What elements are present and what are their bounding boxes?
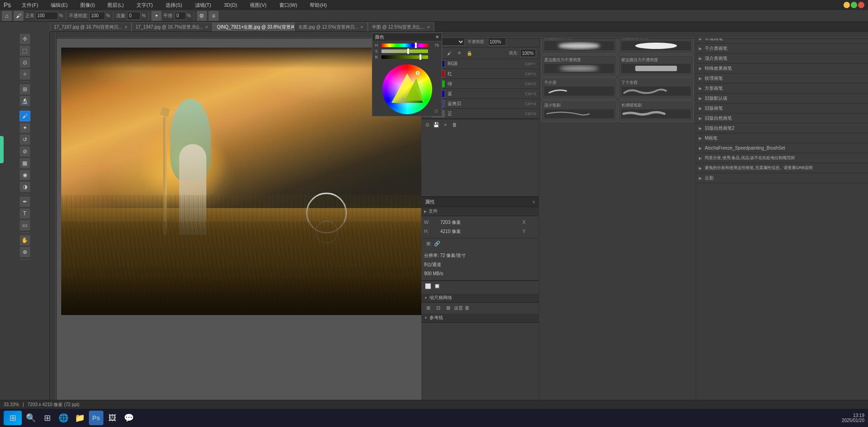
menu-select[interactable]: 选择(S): [164, 1, 184, 10]
new-channel-icon[interactable]: +: [441, 121, 449, 129]
color-panel-corner-icon[interactable]: ⊡: [434, 109, 440, 114]
move-tool[interactable]: ✢: [20, 34, 30, 44]
settings-icon[interactable]: ⚙: [197, 11, 207, 21]
hand-tool[interactable]: ✋: [20, 235, 30, 246]
menu-layer[interactable]: 图层(L): [106, 1, 125, 10]
mode-input[interactable]: [35, 12, 58, 20]
color-wheel[interactable]: [382, 64, 432, 114]
save-selection-icon[interactable]: 💾: [432, 121, 440, 129]
home-icon[interactable]: ⌂: [2, 11, 12, 21]
bli-legacy-default[interactable]: ▶ 旧版默认值: [696, 93, 868, 103]
bli-legacy-natural[interactable]: ▶ 旧版自然画笔: [696, 113, 868, 123]
taskbar-ps[interactable]: Ps: [89, 411, 103, 425]
bli-cloud[interactable]: ▶ 云彩: [696, 173, 868, 183]
grid-icon2[interactable]: ⊡: [434, 304, 442, 312]
menu-text[interactable]: 文字(T): [135, 1, 155, 10]
menu-window[interactable]: 窗口(W): [278, 1, 299, 10]
tab-3[interactable]: QINQ_7921+生图.jpg @ 33.8%(背景拷贝... ✕: [213, 22, 294, 31]
bli-special[interactable]: ▶ 特殊效果画笔: [696, 63, 868, 73]
maximize-button[interactable]: [851, 2, 857, 8]
props-file-section[interactable]: ▶ 文件: [421, 207, 539, 216]
thumb-small[interactable]: ⬜: [424, 282, 432, 291]
canvas-area[interactable]: [57, 39, 421, 418]
link-icon[interactable]: 🔗: [433, 240, 441, 248]
bri-track[interactable]: [381, 55, 428, 59]
bli-dry[interactable]: ▶ 干介质画笔: [696, 44, 868, 53]
lasso-tool[interactable]: ⊙: [20, 57, 30, 68]
zoom-tool[interactable]: ⊕: [20, 247, 30, 257]
minimize-button[interactable]: [844, 2, 850, 8]
tab-2-close[interactable]: ✕: [205, 25, 209, 29]
brush-preset-5[interactable]: 干介质: [541, 78, 617, 99]
menu-3d[interactable]: 3D(D): [222, 1, 239, 9]
green-side-tab[interactable]: [0, 136, 4, 163]
taskbar-widgets[interactable]: ⊞: [40, 411, 54, 425]
fill-input[interactable]: [520, 49, 536, 57]
eyedropper-tool[interactable]: 🔬: [20, 96, 30, 107]
tab-5[interactable]: 半图 @ 12.5%(背景,8位,... ✕: [368, 22, 434, 31]
select-tool[interactable]: ⬚: [20, 45, 30, 56]
hue-track[interactable]: [381, 44, 428, 47]
grid-icon3[interactable]: ⊠: [444, 304, 452, 312]
bli-consent[interactable]: ▶ 同意分发,使用,备品,优品.故不在此处地位制规范材: [696, 153, 868, 163]
blur-tool[interactable]: ◉: [20, 170, 30, 180]
bli-square[interactable]: ▶ 方形画笔: [696, 83, 868, 93]
bli-texture[interactable]: ▶ 纹理画笔: [696, 73, 868, 83]
tab-4[interactable]: 生图.jpg @ 12.5%(背景拷贝... ✕: [294, 22, 368, 31]
brush-tool-icon[interactable]: 🖌: [14, 11, 24, 21]
ref-section2[interactable]: ▼ 参考线: [421, 314, 539, 323]
start-button[interactable]: ⊞: [4, 411, 22, 425]
taskbar-search[interactable]: 🔍: [24, 411, 38, 425]
menu-filter[interactable]: 滤镜(T): [193, 1, 213, 10]
bli-legacy[interactable]: ▶ 旧版画笔: [696, 103, 868, 113]
sat-track[interactable]: [381, 49, 428, 53]
brush-preset-soft-opacity[interactable]: 柔边圆压力不透明度: [541, 55, 617, 77]
load-selection-icon[interactable]: ⊙: [423, 121, 431, 129]
menu-view[interactable]: 视图(V): [248, 1, 268, 10]
taskbar-photo[interactable]: 🖼: [105, 411, 120, 425]
taskbar-edge[interactable]: 🌐: [56, 411, 71, 425]
tab-4-close[interactable]: ✕: [360, 25, 364, 29]
brush-tool[interactable]: 🖌: [20, 111, 30, 121]
lock-all[interactable]: 🔒: [465, 49, 473, 57]
opacity-input[interactable]: [89, 12, 105, 20]
props-menu[interactable]: ≡: [532, 199, 535, 204]
shape-tool[interactable]: ▭: [20, 220, 30, 231]
brush-preset-7[interactable]: 适小笔刷: [541, 100, 617, 122]
bli-wet[interactable]: ▶ 湿介质画笔: [696, 53, 868, 63]
constrain-icon[interactable]: ⊞: [424, 240, 432, 248]
opacity-field[interactable]: [488, 38, 506, 46]
color-wheel-container[interactable]: [382, 64, 432, 114]
gradient-tool[interactable]: ▦: [20, 158, 30, 169]
color-panel-close[interactable]: ✕: [435, 34, 439, 39]
delete-channel-icon[interactable]: 🗑: [450, 121, 458, 129]
flow-input[interactable]: [127, 12, 141, 20]
pen-tool[interactable]: ✒: [20, 196, 30, 207]
taskbar-explorer[interactable]: 📁: [73, 411, 87, 425]
lock-image[interactable]: 🖌: [445, 49, 454, 57]
thumb-medium[interactable]: 🔲: [433, 282, 441, 291]
tab-1[interactable]: 17_7167.jpg @ 16.7%(背景拷贝... ✕: [50, 22, 132, 31]
history-brush-tool[interactable]: ↺: [20, 134, 30, 145]
taskbar-discord[interactable]: 💬: [122, 411, 136, 425]
bli-legacy-natural2[interactable]: ▶ 旧版自然画笔2: [696, 123, 868, 133]
brush-preset-hard-opacity[interactable]: 硬边圆压力不透明度: [618, 55, 694, 77]
tab-5-close[interactable]: ✕: [427, 25, 430, 29]
text-tool[interactable]: T: [20, 208, 30, 219]
magic-wand-tool[interactable]: ✧: [20, 69, 30, 80]
menu-edit[interactable]: 编辑(E): [49, 1, 69, 10]
grid-icon1[interactable]: ⊞: [424, 304, 432, 312]
airbrush-toggle[interactable]: ✦: [151, 11, 161, 21]
brush-preset-6[interactable]: 了个东西: [618, 78, 694, 99]
tab-2[interactable]: 17_1347.jpg @ 16.7%(背景,8位... ✕: [132, 22, 213, 31]
ref-section[interactable]: ▼ 缩尺梯网络: [421, 294, 539, 303]
menu-help[interactable]: 帮助(H): [308, 1, 328, 10]
lock-position[interactable]: ✢: [455, 49, 463, 57]
extra-options[interactable]: ≡: [209, 11, 219, 21]
brush-preset-8[interactable]: 长绸缎笔刷: [618, 100, 694, 122]
bli-alscha[interactable]: ▶ AlschaFreeze_Speedpainting_BrushSet: [696, 143, 868, 153]
crop-tool[interactable]: ⊞: [20, 84, 30, 95]
menu-image[interactable]: 图像(I): [78, 1, 97, 10]
dodge-tool[interactable]: ◑: [20, 181, 30, 192]
bli-m-brush[interactable]: ▶ M画笔: [696, 133, 868, 143]
